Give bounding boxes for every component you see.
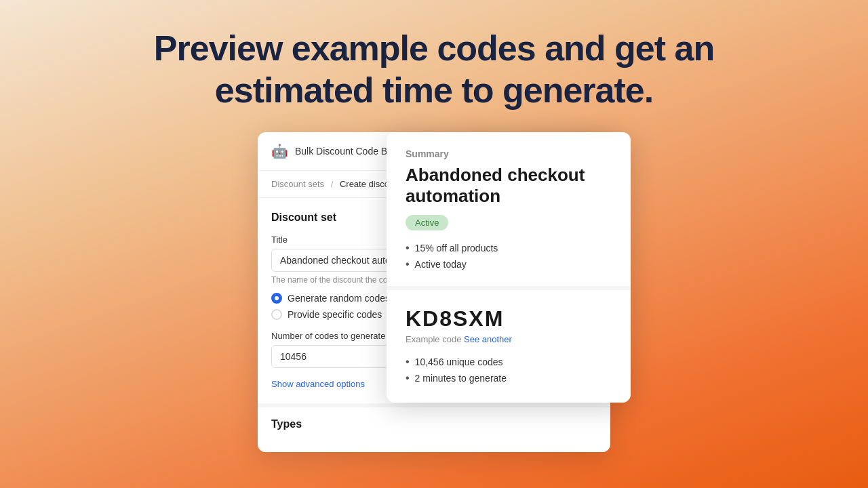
see-another-link[interactable]: See another: [464, 334, 512, 344]
example-code-label: Example code See another: [406, 334, 612, 344]
summary-bullet-2: Active today: [406, 256, 612, 272]
radio-provide-specific-label: Provide specific codes: [288, 309, 382, 320]
hero-title: Preview example codes and get an estimat…: [0, 0, 868, 132]
types-title: Types: [271, 418, 597, 430]
example-stat-1: 10,456 unique codes: [406, 354, 612, 370]
summary-header: Summary Abandoned checkout automation Ac…: [387, 132, 631, 272]
types-section: Types: [258, 407, 610, 452]
summary-automation-name: Abandoned checkout automation: [406, 165, 612, 207]
app-name: Bulk Discount Code Bot: [295, 146, 395, 157]
radio-generate-random-indicator: [271, 293, 282, 304]
breadcrumb-separator: /: [331, 179, 334, 189]
summary-label: Summary: [406, 148, 612, 159]
example-stats-list: 10,456 unique codes 2 minutes to generat…: [406, 354, 612, 386]
example-code-value: KD8SXM: [406, 306, 612, 331]
show-advanced-button[interactable]: Show advanced options: [271, 379, 365, 389]
summary-bullet-list: 15% off all products Active today: [406, 240, 612, 272]
summary-card: Summary Abandoned checkout automation Ac…: [387, 132, 631, 403]
status-badge: Active: [406, 215, 448, 230]
example-stat-2: 2 minutes to generate: [406, 370, 612, 386]
radio-generate-random-label: Generate random codes: [288, 293, 390, 304]
radio-provide-specific-indicator: [271, 309, 282, 320]
breadcrumb-parent[interactable]: Discount sets: [271, 179, 324, 189]
example-code-section: KD8SXM Example code See another 10,456 u…: [387, 290, 631, 403]
summary-bullet-1: 15% off all products: [406, 240, 612, 256]
bot-icon: 🤖: [271, 143, 288, 159]
